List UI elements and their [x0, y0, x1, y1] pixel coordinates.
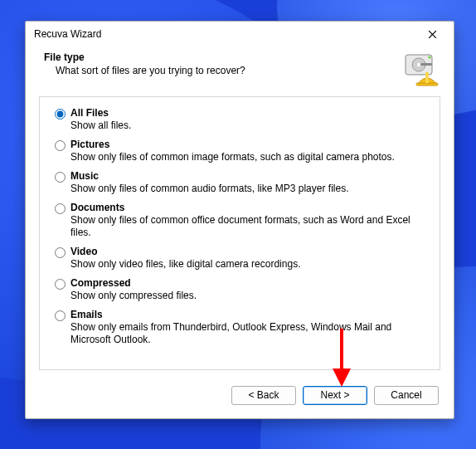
close-button[interactable]	[415, 22, 449, 46]
next-button[interactable]: Next >	[303, 386, 367, 405]
radio-documents[interactable]	[55, 203, 66, 214]
page-subtitle: What sort of files are you trying to rec…	[44, 65, 402, 76]
titlebar: Recuva Wizard	[26, 22, 454, 46]
option-label: Pictures	[70, 139, 425, 151]
drive-hardhat-icon	[402, 51, 439, 88]
option-video[interactable]: Video Show only video files, like digita…	[55, 246, 425, 271]
cancel-button[interactable]: Cancel	[374, 386, 439, 405]
option-desc: Show only compressed files.	[70, 290, 425, 302]
radio-video[interactable]	[55, 247, 66, 258]
radio-music[interactable]	[55, 172, 66, 183]
svg-rect-8	[425, 72, 429, 83]
close-icon	[428, 30, 437, 39]
option-documents[interactable]: Documents Show only files of common offi…	[55, 202, 425, 239]
option-emails[interactable]: Emails Show only emails from Thunderbird…	[55, 309, 425, 346]
radio-emails[interactable]	[55, 310, 66, 321]
option-desc: Show only files of common office documen…	[70, 214, 425, 239]
option-label: Video	[70, 246, 425, 258]
back-button[interactable]: < Back	[231, 386, 296, 405]
window-title: Recuva Wizard	[34, 28, 415, 40]
radio-compressed[interactable]	[55, 279, 66, 290]
radio-all-files[interactable]	[55, 109, 66, 120]
option-compressed[interactable]: Compressed Show only compressed files.	[55, 277, 425, 302]
svg-point-4	[417, 63, 420, 66]
option-desc: Show only files of common image formats,…	[70, 151, 425, 163]
option-desc: Show only files of common audio formats,…	[70, 183, 425, 195]
option-all-files[interactable]: All Files Show all files.	[55, 107, 425, 132]
page-title: File type	[44, 51, 402, 63]
wizard-header: File type What sort of files are you try…	[26, 46, 454, 96]
option-music[interactable]: Music Show only files of common audio fo…	[55, 170, 425, 195]
wizard-footer: < Back Next > Cancel	[26, 378, 454, 418]
option-label: Documents	[70, 202, 425, 214]
option-label: Emails	[70, 309, 425, 321]
option-pictures[interactable]: Pictures Show only files of common image…	[55, 139, 425, 163]
option-label: Music	[70, 170, 425, 183]
option-label: Compressed	[70, 277, 425, 290]
option-desc: Show all files.	[70, 120, 425, 132]
option-desc: Show only video files, like digital came…	[70, 258, 425, 271]
svg-point-6	[428, 56, 430, 58]
option-label: All Files	[70, 107, 425, 120]
option-desc: Show only emails from Thunderbird, Outlo…	[70, 321, 425, 346]
wizard-dialog: Recuva Wizard File type What sort of fil…	[25, 21, 454, 419]
radio-pictures[interactable]	[55, 140, 66, 151]
svg-rect-5	[420, 63, 432, 66]
options-panel: All Files Show all files. Pictures Show …	[39, 96, 440, 370]
svg-rect-7	[416, 83, 438, 85]
